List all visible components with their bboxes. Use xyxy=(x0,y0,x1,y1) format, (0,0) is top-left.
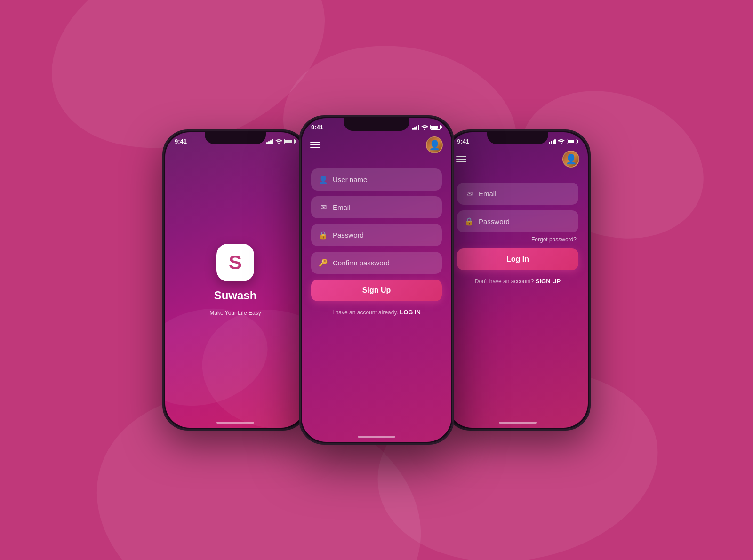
phone-login: 9:41 xyxy=(445,129,591,431)
login-footer: Don't have an account? SIGN UP xyxy=(457,278,578,285)
app-name: Suwash xyxy=(214,289,257,302)
top-bar-center xyxy=(302,133,451,159)
password-label-right: Password xyxy=(479,217,510,225)
footer-text-right: Don't have an account? xyxy=(475,278,534,285)
email-icon-right: ✉ xyxy=(465,189,474,198)
battery-center xyxy=(430,125,442,130)
status-bar-left: 9:41 xyxy=(165,132,305,147)
signal-bar-1 xyxy=(266,142,268,144)
screen-splash: 9:41 xyxy=(165,132,305,428)
app-logo-letter: S xyxy=(229,251,242,274)
home-indicator-center xyxy=(358,436,395,438)
login-form: ✉ Email 🔒 Password Forgot password? Log … xyxy=(448,173,588,428)
home-indicator-right xyxy=(499,422,537,424)
battery-right xyxy=(567,139,578,144)
battery-left xyxy=(284,139,296,144)
avatar-right[interactable] xyxy=(562,151,579,168)
app-tagline: Make Your Life Easy xyxy=(209,310,261,316)
status-icons-left xyxy=(266,139,296,144)
signup-screen: 9:41 xyxy=(302,118,451,442)
confirm-password-field[interactable]: 🔑 Confirm password xyxy=(311,252,442,274)
avatar-image-right xyxy=(563,152,578,167)
email-field-right[interactable]: ✉ Email xyxy=(457,183,578,205)
username-label: User name xyxy=(333,176,367,184)
hamburger-menu-right[interactable] xyxy=(456,156,466,162)
username-field[interactable]: 👤 User name xyxy=(311,168,442,191)
hamburger-line xyxy=(310,147,320,148)
password-label-center: Password xyxy=(333,231,364,239)
signal-bars-center xyxy=(412,125,419,130)
phone-signup: 9:41 xyxy=(299,115,454,445)
key-icon: 🔑 xyxy=(319,258,328,267)
status-time-center: 9:41 xyxy=(311,124,323,131)
wifi-icon-right xyxy=(558,139,565,144)
hamburger-menu-center[interactable] xyxy=(310,142,320,148)
wifi-icon-left xyxy=(275,139,282,144)
status-time-right: 9:41 xyxy=(457,138,469,145)
lock-icon-right: 🔒 xyxy=(465,217,474,226)
avatar-center[interactable] xyxy=(426,136,443,153)
splash-screen: 9:41 xyxy=(165,132,305,428)
password-field-center[interactable]: 🔒 Password xyxy=(311,224,442,246)
signal-bar-2 xyxy=(268,141,270,144)
email-icon-center: ✉ xyxy=(319,203,328,212)
email-field-center[interactable]: ✉ Email xyxy=(311,196,442,218)
phones-container: 9:41 xyxy=(162,115,591,445)
signal-bars-right xyxy=(549,139,556,144)
login-button[interactable]: Log In xyxy=(457,248,578,270)
screen-signup: 9:41 xyxy=(302,118,451,442)
notch-center xyxy=(344,117,409,131)
login-screen: 9:41 xyxy=(448,132,588,428)
screen-login: 9:41 xyxy=(448,132,588,428)
email-label-center: Email xyxy=(333,203,351,211)
footer-text-center: I have an account already. xyxy=(332,309,398,316)
top-bar-right xyxy=(448,147,588,173)
phone-splash: 9:41 xyxy=(162,129,308,431)
svg-point-0 xyxy=(278,143,280,144)
signup-footer: I have an account already. LOG IN xyxy=(311,309,442,316)
status-icons-right xyxy=(549,139,578,144)
password-field-right[interactable]: 🔒 Password xyxy=(457,210,578,232)
status-icons-center xyxy=(412,125,442,130)
signup-form: 👤 User name ✉ Email 🔒 Password 🔑 Confirm… xyxy=(302,159,451,442)
signal-bar-3 xyxy=(270,140,272,144)
wifi-icon-center xyxy=(421,125,428,130)
hamburger-line xyxy=(310,144,320,145)
user-icon: 👤 xyxy=(319,175,328,184)
login-link[interactable]: LOG IN xyxy=(400,309,421,316)
svg-point-2 xyxy=(561,143,562,144)
hamburger-line xyxy=(310,142,320,143)
email-label-right: Email xyxy=(479,190,497,198)
signup-link[interactable]: SIGN UP xyxy=(536,278,561,285)
app-logo: S xyxy=(216,244,254,281)
signal-bars-left xyxy=(266,139,273,144)
notch-right xyxy=(487,131,548,144)
signal-bar-4 xyxy=(272,139,273,144)
avatar-image-center xyxy=(427,137,442,152)
home-indicator-left xyxy=(216,422,254,424)
confirm-password-label: Confirm password xyxy=(333,259,390,267)
status-time-left: 9:41 xyxy=(175,138,187,145)
signup-button[interactable]: Sign Up xyxy=(311,280,442,301)
forgot-password-link[interactable]: Forgot password? xyxy=(457,236,578,243)
svg-point-1 xyxy=(424,129,425,130)
lock-icon-center: 🔒 xyxy=(319,231,328,240)
